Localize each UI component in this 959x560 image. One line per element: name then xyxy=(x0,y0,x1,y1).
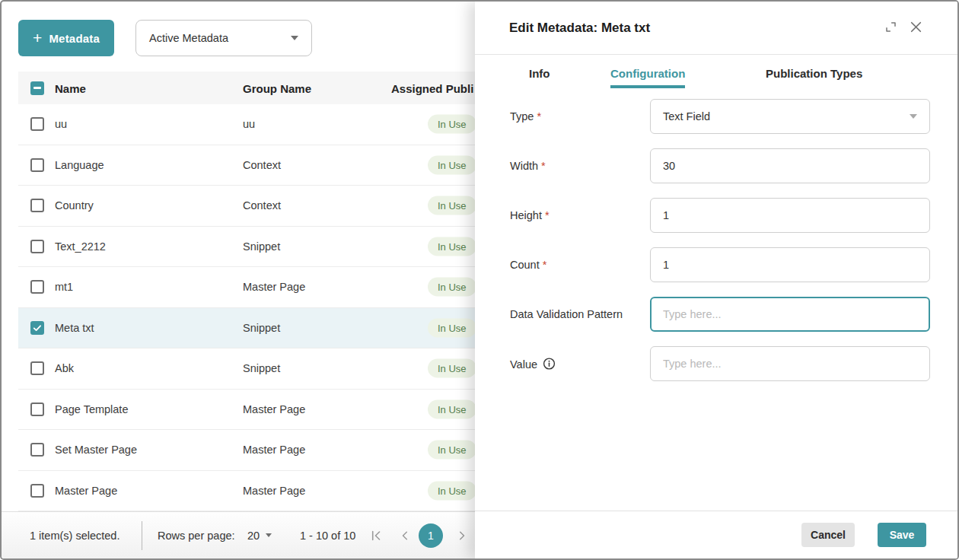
next-page-button[interactable] xyxy=(456,530,468,542)
row-checkbox[interactable] xyxy=(30,321,44,335)
table-row[interactable]: Country Context In Use xyxy=(18,186,475,227)
tab-configuration[interactable]: Configuration xyxy=(610,67,685,88)
status-badge: In Use xyxy=(428,237,476,256)
row-checkbox[interactable] xyxy=(30,402,44,416)
footer-divider xyxy=(142,521,142,550)
indeterminate-icon xyxy=(33,87,41,88)
row-checkbox[interactable] xyxy=(30,199,44,212)
plus-icon: + xyxy=(33,30,42,46)
add-metadata-button[interactable]: + Metadata xyxy=(18,20,114,56)
chevron-right-icon xyxy=(456,530,468,542)
required-asterisk: * xyxy=(537,110,541,123)
type-select[interactable]: Text Field xyxy=(650,99,930,134)
table-row[interactable]: uu uu In Use xyxy=(18,104,475,145)
form-row-value: Value xyxy=(475,346,959,381)
expand-icon xyxy=(884,20,898,34)
table-row[interactable]: Master Page Master Page In Use xyxy=(18,471,475,512)
type-select-value: Text Field xyxy=(663,110,710,123)
panel-footer: Cancel Save xyxy=(475,511,959,558)
rows-per-page-select[interactable]: 20 xyxy=(247,530,272,542)
row-checkbox[interactable] xyxy=(30,484,44,498)
tab-publication-types[interactable]: Publication Types xyxy=(766,67,862,85)
metadata-filter-select[interactable]: Active Metadata xyxy=(135,20,312,56)
table-row[interactable]: mt1 Master Page In Use xyxy=(18,267,475,308)
data-validation-pattern-input[interactable] xyxy=(650,297,930,332)
add-metadata-button-label: Metadata xyxy=(49,32,100,45)
table-row-selected[interactable]: Meta txt Snippet In Use xyxy=(18,308,475,349)
row-checkbox[interactable] xyxy=(30,117,44,131)
data-validation-pattern-label: Data Validation Pattern xyxy=(510,308,623,320)
status-badge: In Use xyxy=(428,359,476,378)
check-icon xyxy=(32,323,43,333)
table-header: Name Group Name Assigned Publi xyxy=(18,72,475,104)
width-input[interactable] xyxy=(650,148,930,183)
row-checkbox[interactable] xyxy=(30,361,44,375)
selected-count-text: 1 item(s) selected. xyxy=(30,530,119,542)
chevron-down-icon xyxy=(291,36,298,40)
close-icon xyxy=(908,19,924,35)
required-asterisk: * xyxy=(545,209,550,221)
status-badge: In Use xyxy=(428,399,476,418)
count-input[interactable] xyxy=(650,247,930,282)
tab-info[interactable]: Info xyxy=(529,67,550,85)
table-row[interactable]: Set Master Page Master Page In Use xyxy=(18,430,475,471)
table-row[interactable]: Page Template Master Page In Use xyxy=(18,390,475,431)
panel-header: Edit Metadata: Meta txt xyxy=(475,2,959,55)
status-badge: In Use xyxy=(428,318,476,337)
pagination-range-text: 1 - 10 of 10 xyxy=(300,530,355,542)
select-all-checkbox[interactable] xyxy=(30,81,44,95)
value-input[interactable] xyxy=(650,346,930,381)
expand-button[interactable] xyxy=(884,20,898,34)
column-header-name: Name xyxy=(55,81,86,94)
form-row-height: Height * xyxy=(475,198,959,233)
status-badge: In Use xyxy=(428,441,476,460)
close-button[interactable] xyxy=(908,19,924,35)
column-header-group-name: Group Name xyxy=(243,81,311,94)
chevron-down-icon xyxy=(910,114,917,119)
form-row-type: Type * Text Field xyxy=(475,99,959,134)
status-badge: In Use xyxy=(428,115,476,134)
cancel-button[interactable]: Cancel xyxy=(801,523,855,547)
row-checkbox[interactable] xyxy=(30,280,44,294)
table-row[interactable]: Abk Snippet In Use xyxy=(18,348,475,390)
rows-per-page-value: 20 xyxy=(247,530,260,542)
table-body: uu uu In Use Language Context In Use Cou… xyxy=(18,104,475,511)
type-label: Type * xyxy=(510,110,541,123)
save-button[interactable]: Save xyxy=(878,523,926,547)
height-input[interactable] xyxy=(650,198,930,233)
status-badge: In Use xyxy=(428,155,476,174)
row-checkbox[interactable] xyxy=(30,158,44,172)
table-row[interactable]: Text_2212 Snippet In Use xyxy=(18,227,475,268)
row-checkbox[interactable] xyxy=(30,240,44,253)
table-row[interactable]: Language Context In Use xyxy=(18,145,475,186)
form-row-count: Count * xyxy=(475,247,959,282)
form-row-width: Width * xyxy=(475,148,959,183)
height-label: Height * xyxy=(510,209,550,221)
chevron-left-icon xyxy=(399,530,411,542)
first-page-button[interactable] xyxy=(370,529,383,542)
first-page-icon xyxy=(370,529,383,542)
edit-metadata-panel: Edit Metadata: Meta txt Info Configurati… xyxy=(475,2,959,558)
status-badge: In Use xyxy=(428,481,476,500)
count-label: Count * xyxy=(510,259,546,271)
status-badge: In Use xyxy=(428,196,476,215)
rows-per-page-label: Rows per page: xyxy=(158,530,235,542)
panel-title: Edit Metadata: Meta txt xyxy=(509,21,650,36)
metadata-filter-value: Active Metadata xyxy=(149,32,228,44)
form-row-data-validation-pattern: Data Validation Pattern xyxy=(475,297,959,332)
app-window: + Metadata Active Metadata Name Group Na… xyxy=(0,0,959,560)
row-checkbox[interactable] xyxy=(30,443,44,457)
required-asterisk: * xyxy=(543,259,547,271)
column-header-assigned-publications: Assigned Publi xyxy=(391,81,473,94)
width-label: Width * xyxy=(510,160,546,172)
current-page-button[interactable]: 1 xyxy=(419,523,443,548)
chevron-down-icon xyxy=(266,533,272,537)
value-label: Value xyxy=(510,358,556,371)
previous-page-button[interactable] xyxy=(399,530,411,542)
info-icon[interactable] xyxy=(543,358,556,371)
status-badge: In Use xyxy=(428,278,476,297)
required-asterisk: * xyxy=(541,160,546,172)
table-footer: 1 item(s) selected. Rows per page: 20 1 … xyxy=(2,511,476,558)
